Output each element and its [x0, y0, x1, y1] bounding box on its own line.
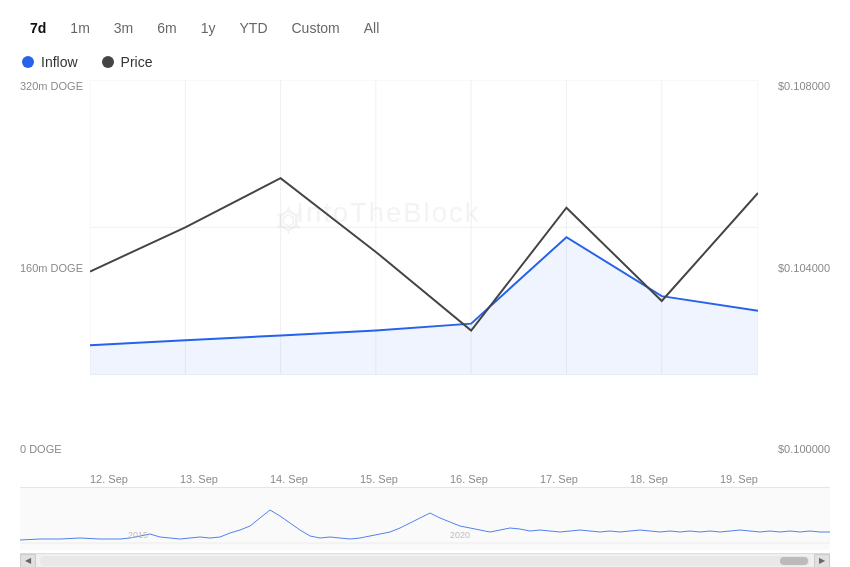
mini-scrollbar: ◀ ▶: [20, 553, 830, 567]
scroll-thumb[interactable]: [780, 557, 808, 565]
price-dot: [102, 56, 114, 68]
time-btn-7d[interactable]: 7d: [20, 16, 56, 40]
scroll-left-button[interactable]: ◀: [20, 554, 36, 568]
y-left-mid: 160m DOGE: [20, 262, 83, 274]
x-label: 14. Sep: [270, 473, 308, 485]
time-btn-1m[interactable]: 1m: [60, 16, 99, 40]
scroll-track: [40, 556, 810, 566]
x-label: 15. Sep: [360, 473, 398, 485]
main-chart: 320m DOGE 160m DOGE 0 DOGE $0.108000 $0.…: [20, 80, 830, 485]
x-label: 13. Sep: [180, 473, 218, 485]
chart-svg: IntoTheBlock: [90, 80, 758, 375]
mini-chart-container: 2015 2020 ◀ ▶: [20, 487, 830, 567]
main-container: 7d1m3m6m1yYTDCustomAll Inflow Price 320m…: [0, 0, 850, 567]
svg-text:2015: 2015: [128, 530, 148, 540]
x-axis: 12. Sep13. Sep14. Sep15. Sep16. Sep17. S…: [90, 455, 758, 485]
x-label: 17. Sep: [540, 473, 578, 485]
watermark: IntoTheBlock: [278, 197, 481, 234]
y-right-top: $0.108000: [778, 80, 830, 92]
mini-chart-svg: 2015 2020: [20, 488, 830, 550]
time-btn-ytd[interactable]: YTD: [230, 16, 278, 40]
chart-wrapper: 320m DOGE 160m DOGE 0 DOGE $0.108000 $0.…: [20, 80, 830, 567]
inflow-dot: [22, 56, 34, 68]
x-label: 18. Sep: [630, 473, 668, 485]
time-btn-all[interactable]: All: [354, 16, 390, 40]
time-btn-1y[interactable]: 1y: [191, 16, 226, 40]
svg-text:2020: 2020: [450, 530, 470, 540]
scroll-right-button[interactable]: ▶: [814, 554, 830, 568]
inflow-label: Inflow: [41, 54, 78, 70]
svg-rect-21: [20, 488, 830, 550]
time-btn-custom[interactable]: Custom: [282, 16, 350, 40]
legend-price: Price: [102, 54, 153, 70]
time-btn-6m[interactable]: 6m: [147, 16, 186, 40]
y-left-bot: 0 DOGE: [20, 443, 62, 455]
y-right-bot: $0.100000: [778, 443, 830, 455]
legend-inflow: Inflow: [22, 54, 78, 70]
svg-marker-11: [90, 237, 758, 375]
price-label: Price: [121, 54, 153, 70]
time-btn-3m[interactable]: 3m: [104, 16, 143, 40]
y-left-top: 320m DOGE: [20, 80, 83, 92]
chart-legend: Inflow Price: [20, 54, 830, 70]
y-right-mid: $0.104000: [778, 262, 830, 274]
svg-marker-13: [284, 215, 294, 227]
x-label: 19. Sep: [720, 473, 758, 485]
x-label: 16. Sep: [450, 473, 488, 485]
time-range-bar: 7d1m3m6m1yYTDCustomAll: [20, 16, 830, 40]
x-label: 12. Sep: [90, 473, 128, 485]
y-axis-right: $0.108000 $0.104000 $0.100000: [758, 80, 830, 455]
y-axis-left: 320m DOGE 160m DOGE 0 DOGE: [20, 80, 90, 455]
svg-text:IntoTheBlock: IntoTheBlock: [296, 197, 480, 228]
